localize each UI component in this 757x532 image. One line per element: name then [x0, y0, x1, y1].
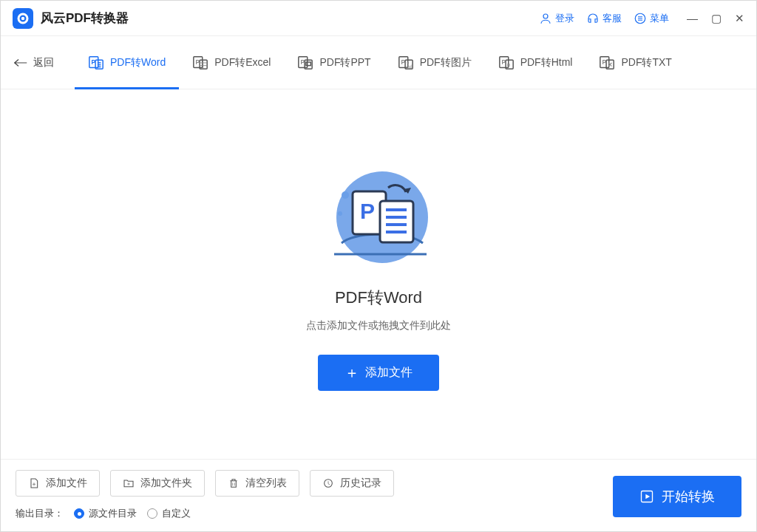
minimize-button[interactable]: —	[687, 12, 698, 25]
plus-icon: ＋	[344, 365, 359, 380]
file-plus-icon	[28, 477, 40, 489]
tab-bar: 返回 P PDF转Word P PDF转Excel P PDF转PPT P PD…	[1, 36, 756, 89]
radio-custom-label: 自定义	[162, 507, 191, 520]
svg-rect-13	[306, 62, 310, 66]
center-subtitle: 点击添加文件或拖拽文件到此处	[306, 319, 451, 332]
footer-add-folder-button[interactable]: 添加文件夹	[110, 470, 205, 497]
radio-unchecked-icon	[147, 508, 157, 519]
start-label: 开始转换	[662, 488, 715, 505]
trash-icon	[228, 477, 240, 489]
maximize-button[interactable]: ▢	[711, 12, 722, 25]
start-convert-button[interactable]: 开始转换	[613, 476, 741, 517]
footer-clear-label: 清空列表	[245, 477, 287, 490]
tab-label: PDF转Html	[520, 56, 573, 69]
footer: 添加文件 添加文件夹 清空列表 历史记录 输出目录： 源文件目录 自定义 开始转…	[1, 459, 756, 532]
tab-label: PDF转图片	[420, 56, 472, 69]
folder-plus-icon	[123, 477, 135, 489]
add-file-button[interactable]: ＋ 添加文件	[318, 355, 439, 391]
center-title: PDF转Word	[335, 287, 422, 309]
svg-text:H: H	[507, 62, 510, 66]
tab-pdf-to-ppt[interactable]: P PDF转PPT	[284, 36, 384, 89]
tab-pdf-to-word[interactable]: P PDF转Word	[75, 36, 179, 89]
tab-pdf-to-image[interactable]: P PDF转图片	[384, 36, 485, 89]
back-button[interactable]: 返回	[14, 56, 54, 69]
radio-source-dir[interactable]: 源文件目录	[74, 507, 137, 520]
footer-add-file-label: 添加文件	[46, 477, 87, 490]
play-icon	[639, 489, 654, 504]
title-bar: 风云PDF转换器 登录 客服 菜单 — ▢ ✕	[1, 1, 756, 36]
close-button[interactable]: ✕	[735, 12, 744, 25]
app-title: 风云PDF转换器	[41, 10, 129, 27]
menu-label: 菜单	[650, 12, 669, 25]
radio-custom-dir[interactable]: 自定义	[147, 507, 191, 520]
back-label: 返回	[33, 56, 54, 69]
app-logo	[13, 8, 33, 29]
drop-zone[interactable]: P PDF转Word 点击添加文件或拖拽文件到此处 ＋ 添加文件	[1, 89, 756, 459]
login-label: 登录	[555, 12, 574, 25]
svg-point-26	[342, 191, 349, 199]
svg-rect-30	[380, 201, 413, 242]
menu-button[interactable]: 菜单	[634, 12, 669, 25]
tab-label: PDF转Excel	[214, 56, 271, 69]
tab-label: PDF转TXT	[621, 56, 671, 69]
footer-add-file-button[interactable]: 添加文件	[16, 470, 100, 497]
clock-icon	[322, 477, 334, 489]
radio-source-label: 源文件目录	[89, 507, 137, 520]
svg-text:P: P	[360, 199, 375, 223]
tab-pdf-to-excel[interactable]: P PDF转Excel	[179, 36, 284, 89]
support-label: 客服	[602, 12, 622, 25]
illustration: P	[312, 158, 445, 276]
tab-pdf-to-txt[interactable]: P PDF转TXT	[585, 36, 685, 89]
svg-point-17	[407, 61, 409, 64]
footer-history-label: 历史记录	[340, 477, 381, 490]
output-dir-label: 输出目录：	[16, 507, 64, 520]
svg-point-1	[21, 16, 25, 20]
svg-point-2	[543, 14, 548, 18]
support-button[interactable]: 客服	[586, 12, 622, 25]
tab-label: PDF转Word	[110, 56, 166, 69]
tab-label: PDF转PPT	[319, 56, 370, 69]
footer-history-button[interactable]: 历史记录	[310, 470, 394, 497]
radio-checked-icon	[74, 508, 84, 519]
login-button[interactable]: 登录	[539, 12, 574, 25]
tab-pdf-to-html[interactable]: PH PDF转Html	[485, 36, 586, 89]
footer-clear-button[interactable]: 清空列表	[215, 470, 299, 497]
footer-add-folder-label: 添加文件夹	[140, 477, 192, 490]
svg-point-27	[338, 211, 342, 216]
add-file-label: 添加文件	[365, 365, 413, 381]
